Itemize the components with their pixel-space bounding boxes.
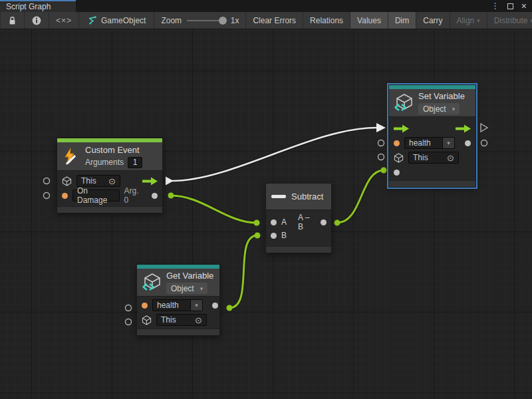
custom-event-body: This ⊙ On Damage Arg. 0 bbox=[57, 171, 162, 203]
flow-arrowhead bbox=[376, 123, 386, 132]
input-a-port[interactable] bbox=[271, 219, 277, 225]
external-port-circle[interactable] bbox=[378, 154, 384, 160]
distribute-label: Distribute bbox=[494, 16, 528, 25]
value-output-port[interactable] bbox=[212, 303, 218, 309]
target-field-value: This bbox=[413, 153, 428, 162]
cube-icon bbox=[142, 315, 152, 325]
align-label: Align bbox=[457, 16, 475, 25]
variable-name-dropdown[interactable]: health ▾ bbox=[404, 137, 455, 149]
dropdown-button[interactable]: ▾ bbox=[191, 299, 203, 311]
custom-event-icon bbox=[63, 148, 80, 165]
wire-trigger-to-set-variable[interactable] bbox=[166, 123, 386, 186]
dim-toggle[interactable]: Dim bbox=[388, 12, 416, 29]
menu-kebab-icon[interactable]: ⋮ bbox=[491, 1, 499, 11]
lock-button[interactable] bbox=[1, 12, 25, 29]
port-row-target: This ⊙ bbox=[137, 313, 219, 327]
node-footer bbox=[266, 246, 331, 253]
external-port-triangle[interactable] bbox=[481, 124, 487, 132]
arg0-output-port[interactable] bbox=[152, 193, 158, 199]
wire-result-to-set-value[interactable] bbox=[334, 168, 387, 226]
external-port-circle[interactable] bbox=[481, 140, 487, 146]
inspect-button[interactable] bbox=[25, 12, 49, 29]
edit-graph-button[interactable]: <×> bbox=[49, 12, 79, 29]
subtract-body: A A – B B bbox=[266, 210, 331, 242]
external-port-circle[interactable] bbox=[126, 305, 132, 311]
external-port-circle[interactable] bbox=[126, 319, 132, 325]
wire-arg0-to-subtract-a[interactable] bbox=[168, 193, 260, 226]
wire-health-to-subtract-b[interactable] bbox=[227, 233, 261, 311]
variable-kind-dropdown[interactable]: Object ▾ bbox=[166, 283, 207, 294]
graph-icon bbox=[87, 15, 97, 25]
flow-output-arrow-icon[interactable] bbox=[142, 177, 158, 186]
variable-kind-dropdown[interactable]: Object ▾ bbox=[418, 103, 460, 114]
chevron-down-icon: ▾ bbox=[477, 17, 480, 24]
align-dropdown[interactable]: Align ▾ bbox=[450, 12, 487, 29]
external-port-circle[interactable] bbox=[378, 140, 384, 146]
clear-errors-button[interactable]: Clear Errors bbox=[246, 12, 303, 29]
graph-canvas[interactable]: Custom Event Arguments 1 This ⊙ bbox=[0, 30, 532, 399]
get-variable-header-text: Get Variable Object ▾ bbox=[166, 271, 213, 294]
zoom-slider-handle[interactable] bbox=[219, 17, 227, 25]
clear-errors-label: Clear Errors bbox=[253, 16, 296, 25]
external-port-circle[interactable] bbox=[44, 193, 50, 199]
gameobject-label: GameObject bbox=[101, 16, 146, 25]
arguments-label: Arguments bbox=[85, 158, 124, 167]
node-custom-event[interactable]: Custom Event Arguments 1 This ⊙ bbox=[57, 138, 163, 213]
arguments-count-field[interactable]: 1 bbox=[128, 157, 142, 168]
object-picker-icon[interactable]: ⊙ bbox=[108, 176, 116, 186]
lock-icon bbox=[8, 16, 17, 25]
distribute-dropdown[interactable]: Distribute ▾ bbox=[487, 12, 532, 29]
node-get-variable[interactable]: Get Variable Object ▾ health bbox=[136, 264, 220, 336]
variable-name-field[interactable]: health bbox=[404, 137, 443, 149]
zoom-slider[interactable] bbox=[187, 20, 225, 21]
target-object-field[interactable]: This ⊙ bbox=[76, 175, 120, 187]
chevron-down-icon: ▾ bbox=[447, 140, 450, 146]
node-set-variable[interactable]: Set Variable Object ▾ bbox=[388, 84, 476, 188]
event-input-port[interactable] bbox=[62, 193, 68, 199]
external-port-circle[interactable] bbox=[44, 178, 50, 184]
port-row-value-input bbox=[389, 165, 475, 180]
event-name-field[interactable]: On Damage bbox=[72, 190, 120, 201]
variable-name-dropdown[interactable]: health ▾ bbox=[152, 299, 203, 311]
zoom-control: Zoom 1x bbox=[154, 12, 246, 29]
port-row-target: This ⊙ bbox=[389, 150, 475, 165]
object-picker-icon[interactable]: ⊙ bbox=[447, 153, 454, 163]
carry-toggle[interactable]: Carry bbox=[416, 12, 450, 29]
target-object-field[interactable]: This ⊙ bbox=[408, 152, 459, 164]
flow-output-arrow-icon[interactable] bbox=[456, 124, 471, 133]
tab-script-graph[interactable]: Script Graph bbox=[0, 0, 76, 12]
object-picker-icon[interactable]: ⊙ bbox=[195, 315, 202, 325]
values-label: Values bbox=[357, 16, 381, 25]
variable-name-port[interactable] bbox=[394, 140, 400, 146]
node-subtract[interactable]: Subtract A A – B B bbox=[265, 183, 332, 253]
values-toggle[interactable]: Values bbox=[350, 12, 388, 29]
variable-name-port[interactable] bbox=[142, 303, 148, 309]
set-variable-header-text: Set Variable Object ▾ bbox=[418, 91, 465, 114]
result-output-port[interactable] bbox=[321, 219, 327, 225]
graph-toolbar: <×> GameObject Zoom 1x Clear Errors Rela… bbox=[0, 12, 532, 29]
graph-owner[interactable]: GameObject bbox=[79, 12, 154, 29]
carry-label: Carry bbox=[423, 16, 442, 25]
variable-name-field[interactable]: health bbox=[152, 299, 191, 311]
flow-input-arrow-icon[interactable] bbox=[394, 124, 409, 133]
zoom-value: 1x bbox=[231, 16, 239, 25]
flow-source-triangle-port[interactable] bbox=[166, 177, 174, 186]
maximize-icon[interactable] bbox=[507, 3, 513, 9]
dropdown-button[interactable]: ▾ bbox=[443, 137, 455, 149]
set-variable-header: Set Variable Object ▾ bbox=[389, 89, 475, 117]
value-output-port[interactable] bbox=[465, 140, 471, 146]
set-variable-body: health ▾ This ⊙ bbox=[389, 117, 475, 180]
input-b-port[interactable] bbox=[271, 233, 277, 239]
node-title: Set Variable bbox=[418, 91, 465, 101]
info-icon bbox=[32, 16, 41, 25]
new-value-input-port[interactable] bbox=[394, 170, 400, 176]
chevron-down-icon: ▾ bbox=[452, 106, 456, 112]
target-object-field[interactable]: This ⊙ bbox=[156, 314, 207, 326]
chevron-down-icon: ▾ bbox=[200, 285, 203, 292]
close-icon[interactable]: × bbox=[521, 1, 527, 11]
relations-toggle[interactable]: Relations bbox=[303, 12, 350, 29]
port-row-name: health ▾ bbox=[389, 136, 475, 150]
cube-icon bbox=[394, 153, 404, 163]
event-name-value: On Damage bbox=[77, 186, 115, 205]
dim-label: Dim bbox=[395, 16, 409, 25]
